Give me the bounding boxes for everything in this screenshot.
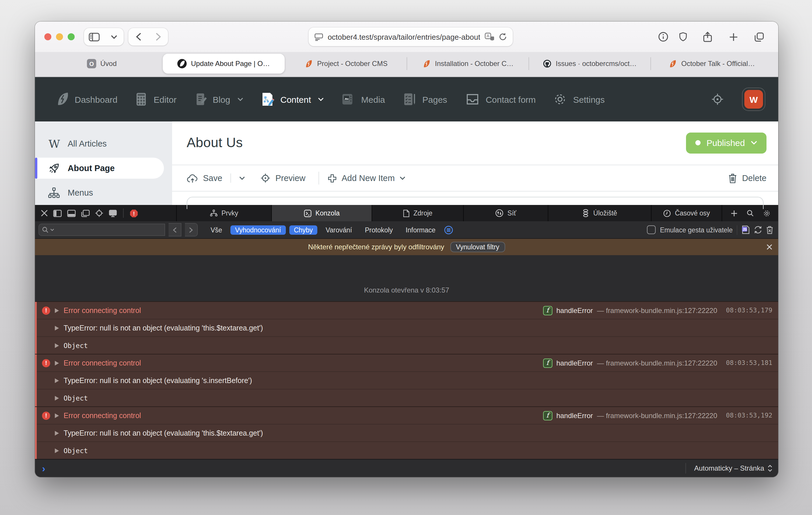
disclosure-triangle-icon[interactable] [55, 413, 59, 418]
privacy-shield-icon[interactable] [673, 28, 693, 46]
save-options-chevron-icon[interactable] [239, 177, 245, 180]
add-new-item-button[interactable]: Add New Item [327, 173, 405, 183]
disclosure-triangle-icon[interactable] [55, 431, 59, 435]
error-title-row[interactable]: ! Error connecting control f handleError… [35, 354, 778, 371]
find-next-button[interactable] [185, 223, 198, 237]
banner-close-icon[interactable] [766, 244, 772, 250]
page-settings-icon[interactable] [314, 33, 323, 40]
console-error-group: ! Error connecting control f handleError… [35, 406, 778, 459]
search-icon[interactable] [743, 210, 757, 217]
preview-button[interactable]: Preview [260, 173, 306, 183]
close-window-button[interactable] [44, 33, 51, 40]
separate-window-icon[interactable] [81, 209, 90, 217]
clear-console-trash-icon[interactable] [766, 225, 774, 234]
nav-item-blog[interactable]: Blog [194, 92, 243, 106]
sidebar-item-about-page[interactable]: About Page [35, 158, 164, 179]
source-link[interactable]: — framework-bundle.min.js:127:22220 [597, 411, 717, 419]
error-title-row[interactable]: ! Error connecting control f handleError… [35, 302, 778, 319]
sidebar-item-menus[interactable]: Menus [35, 182, 164, 203]
nav-item-contact-form[interactable]: Contact form [465, 93, 536, 106]
error-object-row[interactable]: Object [35, 336, 778, 354]
filter-errors[interactable]: Chyby [289, 225, 317, 235]
browser-tab-uvod[interactable]: O Úvod [41, 54, 163, 74]
forward-button-icon[interactable] [148, 28, 168, 46]
error-detail-row[interactable]: TypeError: null is not an object (evalua… [35, 319, 778, 336]
function-badge-icon: f [543, 411, 552, 420]
disclosure-triangle-icon[interactable] [55, 343, 59, 348]
device-settings-icon[interactable] [109, 209, 117, 217]
error-object-row[interactable]: Object [35, 441, 778, 459]
disclosure-triangle-icon[interactable] [55, 326, 59, 330]
disclosure-triangle-icon[interactable] [55, 448, 59, 453]
filter-logs[interactable]: Protokoly [360, 225, 398, 235]
filter-all[interactable]: Vše [206, 225, 227, 235]
dock-side-icon[interactable] [53, 209, 62, 217]
share-icon[interactable] [698, 28, 718, 46]
nav-item-settings[interactable]: Settings [553, 92, 605, 106]
console-search-input[interactable] [56, 226, 162, 234]
filter-info[interactable]: Informace [401, 225, 440, 235]
emulate-user-gesture-toggle[interactable]: Emulace gesta uživatele [647, 225, 733, 234]
cms-workarea: W All Articles About Page Menus About Us [35, 121, 778, 205]
tab-overview-icon[interactable] [749, 28, 769, 46]
leaf-icon [56, 92, 69, 107]
browser-tab-github-issues[interactable]: Issues · octobercms/oct… [528, 54, 650, 74]
disclosure-triangle-icon[interactable] [55, 378, 59, 383]
translate-icon[interactable]: A [485, 33, 494, 41]
user-avatar[interactable]: W [742, 88, 765, 111]
dock-bottom-icon[interactable] [67, 209, 76, 217]
find-previous-button[interactable] [169, 223, 181, 237]
add-tab-icon[interactable] [727, 210, 741, 216]
disclosure-triangle-icon[interactable] [55, 396, 59, 400]
sidebar-menu-chevron-icon[interactable] [104, 28, 124, 46]
reload-icon[interactable] [499, 33, 507, 41]
source-link[interactable]: — framework-bundle.min.js:127:22220 [597, 306, 717, 315]
focus-target-icon[interactable] [710, 92, 725, 106]
zoom-window-button[interactable] [68, 33, 75, 40]
checkbox-icon[interactable] [647, 225, 656, 234]
nav-item-content[interactable]: Content [260, 92, 324, 107]
sidebar-item-all-articles[interactable]: W All Articles [35, 133, 164, 154]
new-tab-icon[interactable] [723, 28, 743, 46]
browser-tab-update-about-page[interactable]: Update About Page | O… [163, 54, 285, 74]
reset-filters-button[interactable]: Vynulovat filtry [450, 242, 505, 252]
url-text[interactable]: october4.test/sprava/tailor/entries/page… [327, 32, 480, 41]
error-title-row[interactable]: ! Error connecting control f handleError… [35, 407, 778, 424]
browser-tab-october-talk[interactable]: October Talk - Official… [650, 54, 772, 74]
published-status-button[interactable]: Published [686, 133, 766, 154]
clear-on-reload-icon[interactable] [754, 225, 762, 234]
delete-button[interactable]: Delete [728, 173, 766, 183]
reader-info-icon[interactable] [653, 28, 673, 46]
console-search-field[interactable] [38, 224, 165, 236]
close-inspector-icon[interactable] [41, 210, 48, 217]
error-count-badge[interactable]: ! [129, 209, 138, 217]
filter-warnings[interactable]: Varování [321, 225, 357, 235]
network-icon [495, 209, 503, 217]
browser-tab-project-october-cms[interactable]: Project - October CMS [285, 54, 407, 74]
address-bar[interactable]: october4.test/sprava/tailor/entries/page… [308, 27, 513, 46]
error-detail-row[interactable]: TypeError: null is not an object (evalua… [35, 371, 778, 389]
disclosure-triangle-icon[interactable] [55, 308, 59, 313]
nav-item-dashboard[interactable]: Dashboard [56, 92, 118, 107]
back-button-icon[interactable] [128, 28, 148, 46]
nav-item-media[interactable]: Media [341, 93, 385, 106]
nav-item-pages[interactable]: Pages [403, 92, 447, 106]
error-detail-row[interactable]: TypeError: null is not an object (evalua… [35, 424, 778, 441]
filter-options-icon[interactable] [444, 225, 453, 235]
execution-context-select[interactable]: Automaticky – Stránka [686, 463, 772, 473]
disclosure-triangle-icon[interactable] [55, 360, 59, 365]
error-object-row[interactable]: Object [35, 389, 778, 406]
nav-item-editor[interactable]: Editor [135, 92, 176, 106]
inspector-settings-gear-icon[interactable] [759, 209, 774, 217]
filter-evaluations[interactable]: Vyhodnocování [230, 225, 286, 235]
js-context-icon[interactable]: JS [742, 225, 750, 235]
rocket-icon [48, 162, 61, 174]
save-button[interactable]: Save [187, 173, 222, 183]
source-link[interactable]: — framework-bundle.min.js:127:22220 [597, 359, 717, 367]
element-inspect-icon[interactable] [95, 209, 103, 217]
divider [230, 173, 231, 183]
console-prompt[interactable]: › Automaticky – Stránka [35, 459, 778, 477]
sidebar-toggle-icon[interactable] [84, 28, 104, 46]
minimize-window-button[interactable] [56, 33, 63, 40]
browser-tab-installation[interactable]: Installation - October C… [407, 54, 528, 74]
